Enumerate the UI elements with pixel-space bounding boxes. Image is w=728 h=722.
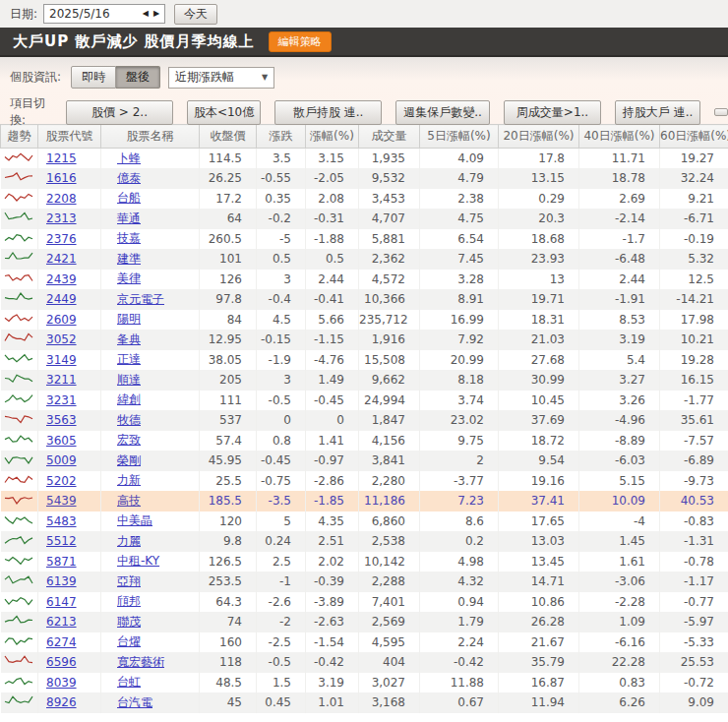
stock-name-link[interactable]: 華通	[117, 211, 141, 225]
stock-name-link[interactable]: 宏致	[117, 433, 141, 447]
stock-code-link[interactable]: 3231	[46, 393, 77, 407]
stock-name-link[interactable]: 力麗	[117, 534, 141, 548]
table-row[interactable]: 5009 榮剛 45.95 -0.45 -0.97 3,841 2 9.54 -…	[1, 451, 728, 471]
table-row[interactable]: 6213 聯茂 74 -2 -2.63 2,569 1.79 26.28 1.0…	[1, 612, 728, 632]
table-row[interactable]: 6139 亞翔 253.5 -1 -0.39 2,288 4.32 14.71 …	[1, 572, 728, 592]
date-next-icon[interactable]: ▶	[153, 5, 159, 23]
table-row[interactable]: 3563 牧德 537 0 0 1,847 23.02 37.69 -4.96 …	[1, 410, 728, 431]
stock-name-link[interactable]: 陽明	[117, 312, 141, 326]
afterhours-button[interactable]: 盤後	[116, 66, 160, 89]
stock-name-link[interactable]: 億泰	[117, 171, 141, 185]
date-input[interactable]: 2025/5/16 ◀ ▶	[43, 4, 165, 24]
stock-name-link[interactable]: 技嘉	[117, 231, 141, 245]
table-row[interactable]: 3605 宏致 57.4 0.8 1.41 4,156 9.75 18.72 -…	[1, 431, 728, 451]
stock-code-link[interactable]: 5439	[46, 494, 77, 508]
column-header[interactable]: 漲跌	[257, 125, 306, 149]
table-row[interactable]: 2439 美律 126 3 2.44 4,572 3.28 13 2.44 12…	[1, 270, 728, 290]
stock-name-link[interactable]: 頎邦	[117, 594, 141, 608]
stock-name-link[interactable]: 台汽電	[117, 695, 152, 709]
table-row[interactable]: 5871 中租-KY 126.5 2.5 2.02 10,142 4.98 13…	[1, 552, 728, 572]
filter-button[interactable]: 股本<10億	[187, 100, 261, 125]
column-header[interactable]: 漲幅(%)	[306, 125, 359, 149]
stock-code-link[interactable]: 6139	[46, 574, 77, 588]
stock-name-link[interactable]: 美律	[117, 271, 141, 285]
stock-code-link[interactable]: 2208	[46, 192, 77, 206]
stock-code-link[interactable]: 2376	[46, 232, 77, 246]
stock-code-link[interactable]: 6147	[46, 595, 77, 609]
stock-code-link[interactable]: 6213	[46, 615, 77, 629]
stock-code-link[interactable]: 3605	[46, 434, 77, 448]
stock-name-link[interactable]: 卜蜂	[117, 151, 141, 165]
stock-name-link[interactable]: 力新	[117, 473, 141, 487]
stock-name-link[interactable]: 順達	[117, 373, 141, 387]
column-header[interactable]: 40日漲幅(%)	[579, 125, 660, 149]
stock-name-link[interactable]: 夆典	[117, 332, 141, 346]
filter-button-partial[interactable]	[714, 108, 728, 116]
column-header[interactable]: 20日漲幅(%)	[499, 125, 579, 149]
stock-name-link[interactable]: 台船	[117, 191, 141, 205]
table-row[interactable]: 8039 台虹 48.5 1.5 3.19 3,027 11.88 16.87 …	[1, 673, 728, 693]
stock-code-link[interactable]: 5483	[46, 514, 77, 528]
table-row[interactable]: 2421 建準 101 0.5 0.5 2,362 7.45 23.93 -6.…	[1, 249, 728, 270]
stock-code-link[interactable]: 3149	[46, 353, 77, 367]
stock-name-link[interactable]: 寬宏藝術	[117, 655, 164, 669]
table-row[interactable]: 2208 台船 17.2 0.35 2.08 3,453 2.38 0.29 2…	[1, 189, 728, 210]
stock-code-link[interactable]: 8926	[46, 695, 77, 709]
stock-code-link[interactable]: 1215	[46, 151, 77, 165]
table-row[interactable]: 2449 京元電子 97.8 -0.4 -0.41 10,366 8.91 19…	[1, 289, 728, 310]
stock-code-link[interactable]: 5202	[46, 474, 77, 488]
column-header[interactable]: 股票名稱	[101, 125, 200, 149]
stock-code-link[interactable]: 6596	[46, 655, 77, 669]
table-row[interactable]: 2609 陽明 84 4.5 5.66 235,712 16.99 18.31 …	[1, 310, 728, 331]
stock-name-link[interactable]: 中美晶	[117, 513, 152, 527]
today-button[interactable]: 今天	[174, 4, 217, 25]
table-row[interactable]: 3231 緯創 111 -0.5 -0.45 24,994 3.74 10.45…	[1, 391, 728, 411]
table-row[interactable]: 5439 高技 185.5 -3.5 -1.85 11,186 7.23 37.…	[1, 491, 728, 511]
table-row[interactable]: 5202 力新 25.5 -0.75 -2.86 2,280 -3.77 19.…	[1, 471, 728, 492]
filter-button[interactable]: 散戶持股 連..	[274, 100, 382, 125]
table-row[interactable]: 6596 寬宏藝術 118 -0.5 -0.42 404 -0.42 35.79…	[1, 652, 728, 673]
table-row[interactable]: 8926 台汽電 45 0.45 1.01 3,168 0.67 11.94 6…	[1, 692, 728, 713]
table-row[interactable]: 1215 卜蜂 114.5 3.5 3.15 1,935 4.09 17.8 1…	[1, 149, 728, 169]
stock-code-link[interactable]: 8039	[46, 676, 77, 690]
table-row[interactable]: 3149 正達 38.05 -1.9 -4.76 15,508 20.99 27…	[1, 350, 728, 371]
stock-code-link[interactable]: 3211	[46, 373, 77, 387]
stock-code-link[interactable]: 2421	[46, 252, 77, 266]
stock-code-link[interactable]: 2439	[46, 272, 77, 286]
date-prev-icon[interactable]: ◀	[143, 5, 149, 23]
stock-code-link[interactable]: 3052	[46, 332, 77, 346]
stock-name-link[interactable]: 建準	[117, 252, 141, 266]
table-row[interactable]: 3052 夆典 12.95 -0.15 -1.15 1,916 7.92 21.…	[1, 330, 728, 350]
stock-code-link[interactable]: 6274	[46, 635, 77, 649]
stock-name-link[interactable]: 亞翔	[117, 574, 141, 588]
stock-code-link[interactable]: 2609	[46, 313, 77, 327]
stock-name-link[interactable]: 牧德	[117, 413, 141, 427]
stock-name-link[interactable]: 緯創	[117, 392, 141, 406]
stock-name-link[interactable]: 高技	[117, 494, 141, 508]
stock-name-link[interactable]: 聯茂	[117, 615, 141, 629]
column-header[interactable]: 收盤價	[200, 125, 257, 149]
filter-button[interactable]: 週集保戶數變..	[395, 100, 490, 125]
stock-name-link[interactable]: 台燿	[117, 634, 141, 648]
stock-code-link[interactable]: 2449	[46, 292, 77, 306]
column-header[interactable]: 5日漲幅(%)	[420, 125, 499, 149]
table-row[interactable]: 2376 技嘉 260.5 -5 -1.88 5,881 6.54 18.68 …	[1, 229, 728, 250]
stock-code-link[interactable]: 3563	[46, 413, 77, 427]
range-select[interactable]: 近期漲跌幅 ▼	[168, 67, 274, 89]
edit-strategy-button[interactable]: 編輯策略	[269, 31, 332, 52]
table-row[interactable]: 1616 億泰 26.25 -0.55 -2.05 9,532 4.79 13.…	[1, 168, 728, 189]
stock-name-link[interactable]: 正達	[117, 352, 141, 366]
stock-name-link[interactable]: 榮剛	[117, 453, 141, 467]
table-row[interactable]: 6274 台燿 160 -2.5 -1.54 4,595 2.24 21.67 …	[1, 632, 728, 653]
stock-code-link[interactable]: 5512	[46, 534, 77, 548]
table-row[interactable]: 5512 力麗 9.8 0.24 2.51 2,538 0.2 13.03 1.…	[1, 531, 728, 552]
stock-code-link[interactable]: 2313	[46, 211, 77, 225]
table-row[interactable]: 5483 中美晶 120 5 4.35 6,860 8.6 17.65 -4 -…	[1, 511, 728, 532]
column-header[interactable]: 成交量	[359, 125, 420, 149]
stock-name-link[interactable]: 台虹	[117, 675, 141, 689]
stock-code-link[interactable]: 5871	[46, 555, 77, 569]
stock-code-link[interactable]: 1616	[46, 171, 77, 185]
filter-button[interactable]: 股價 > 2..	[66, 100, 173, 125]
table-row[interactable]: 2313 華通 64 -0.2 -0.31 4,707 4.75 20.3 -2…	[1, 209, 728, 229]
realtime-button[interactable]: 即時	[71, 66, 116, 89]
